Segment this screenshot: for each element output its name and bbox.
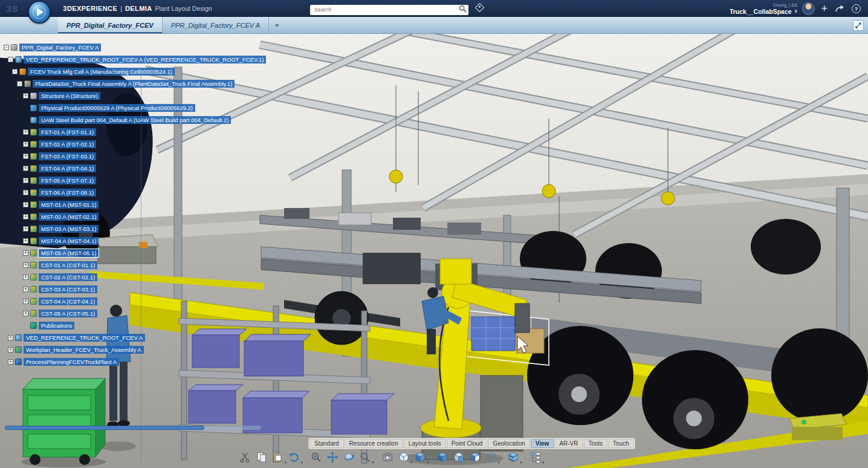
expand-icon[interactable]: +: [23, 93, 28, 99]
tree-item-label[interactable]: PlantDataSet_Truck Final Assembly A (Pla…: [33, 80, 235, 88]
expand-icon[interactable]: +: [8, 347, 13, 353]
ribbon-tab-tools[interactable]: Tools: [584, 439, 607, 448]
avatar[interactable]: [802, 2, 815, 15]
dropdown-caret-icon[interactable]: ▾: [498, 460, 500, 465]
tree-item-label[interactable]: FST-05 A (FST-07.1): [39, 177, 96, 184]
shading-material-button[interactable]: [450, 449, 467, 466]
paste-button[interactable]: ▾: [270, 449, 286, 466]
dropdown-caret-icon[interactable]: ▾: [542, 460, 545, 465]
tree-item[interactable]: -PlantDataSet_Truck Final Assembly A (Pl…: [4, 77, 266, 89]
green-tool-cart[interactable]: [21, 379, 106, 467]
collapse-icon[interactable]: -: [4, 45, 9, 50]
tree-item[interactable]: +FST-02 A (FST-02.1): [4, 138, 266, 150]
tree-item[interactable]: +FST-05 A (FST-07.1): [4, 174, 266, 186]
tree-item[interactable]: +MST-03 A (MST-03.1): [4, 223, 266, 235]
zoom-button[interactable]: ▾: [357, 449, 374, 466]
search-icon[interactable]: [459, 4, 467, 12]
tree-item-label[interactable]: FST-06 A (FST-08.1): [39, 189, 96, 197]
tree-item-label[interactable]: Structure A (Structure): [39, 92, 100, 100]
share-icon[interactable]: [835, 4, 844, 13]
iso-view-button[interactable]: ▾: [395, 449, 412, 466]
tree-item-label[interactable]: MST-05 A (MST-05.1): [39, 249, 99, 257]
agv-bottom-right[interactable]: [789, 414, 846, 440]
wireframe-button[interactable]: ▾: [483, 449, 499, 466]
tree-item[interactable]: +CST-01 A (CST-01.1): [4, 259, 266, 271]
rotate-button[interactable]: [341, 449, 357, 466]
ribbon-tab-standard[interactable]: Standard: [309, 439, 344, 448]
help-button[interactable]: ?: [852, 4, 861, 13]
tree-item-label[interactable]: FST-02 A (FST-02.1): [39, 140, 96, 148]
tree-item-label[interactable]: FST-01 A (FST-01.1): [39, 128, 96, 136]
section-button[interactable]: ▾: [505, 449, 522, 466]
expand-icon[interactable]: +: [23, 287, 28, 292]
expand-icon[interactable]: +: [23, 311, 28, 316]
tree-item[interactable]: Publications: [4, 319, 266, 331]
tree-item[interactable]: +MST-02 A (MST-02.1): [4, 210, 266, 223]
expand-icon[interactable]: +: [23, 166, 28, 171]
3dexperience-compass-logo[interactable]: [28, 1, 51, 24]
tree-item-label[interactable]: FST-03 A (FST-03.1): [39, 152, 96, 160]
expand-icon[interactable]: +: [8, 359, 13, 365]
expand-icon[interactable]: +: [23, 154, 28, 159]
expand-icon[interactable]: +: [23, 214, 28, 219]
shading-button[interactable]: [434, 449, 450, 466]
tree-item[interactable]: +CST-03 A (CST-03.1): [4, 283, 266, 295]
new-tab-button[interactable]: +: [269, 17, 285, 33]
window-tab[interactable]: PPR_Digital_Factory_FCEV A: [163, 17, 270, 33]
tag-icon[interactable]: [475, 3, 485, 13]
tree-item[interactable]: +ProcessPlanningFCEVTruckPlant A: [4, 356, 266, 368]
pan-button[interactable]: [325, 449, 341, 466]
tree-item[interactable]: +MST-04 A (MST-04.1): [4, 235, 266, 247]
tree-item-label[interactable]: FCEV Truck Mfg Cell A (Manufacturing Cel…: [28, 68, 175, 76]
tree-item-label[interactable]: CST-01 A (CST-01.1): [39, 261, 97, 269]
expand-icon[interactable]: +: [23, 190, 28, 195]
ribbon-tab-touch[interactable]: Touch: [608, 439, 634, 448]
undo-button[interactable]: ▾: [286, 449, 302, 466]
tree-item[interactable]: +MST-05 A (MST-05.1): [4, 247, 266, 259]
tree-item-label[interactable]: MST-04 A (MST-04.1): [39, 237, 99, 245]
tree-item[interactable]: Physical Product00005629 A (Physical Pro…: [4, 102, 266, 114]
fit-view-button[interactable]: [853, 20, 864, 31]
tree-item[interactable]: +FST-06 A (FST-08.1): [4, 186, 266, 198]
tree-item-label[interactable]: CST-03 A (CST-03.1): [39, 285, 97, 293]
expand-icon[interactable]: +: [23, 238, 28, 244]
3d-viewport[interactable]: -PPR_Digital_Factory_FCEV A-VED_REFERENC…: [0, 34, 868, 468]
collapse-icon[interactable]: -: [8, 57, 13, 62]
collapse-icon[interactable]: -: [17, 81, 22, 86]
tree-item-label[interactable]: MST-02 A (MST-02.1): [39, 213, 99, 221]
capture-button[interactable]: [379, 449, 395, 466]
expand-icon[interactable]: +: [23, 178, 28, 183]
tree-item-label[interactable]: UAW Steel Build part 004_Default A (UAW …: [39, 116, 231, 124]
tree-item[interactable]: +CST-04 A (CST-04.1): [4, 295, 266, 307]
tree-item[interactable]: +CST-02 A (CST-02.1): [4, 271, 266, 283]
tree-item-label[interactable]: CST-05 A (CST-05.1): [39, 310, 97, 317]
ribbon-tab-geolocation[interactable]: Geolocation: [488, 439, 530, 448]
tree-item[interactable]: +Workplan_Header_FCEV_Truck_Assembly A: [4, 343, 266, 356]
search-input[interactable]: [310, 5, 468, 15]
spec-tree[interactable]: -PPR_Digital_Factory_FCEV A-VED_REFERENC…: [4, 41, 266, 368]
tree-item-label[interactable]: Physical Product00005629 A (Physical Pro…: [39, 104, 195, 112]
expand-icon[interactable]: +: [23, 250, 28, 256]
collabspace-selector[interactable]: Truck__CollabSpace ∨: [730, 8, 798, 15]
ribbon-tab-layout-tools[interactable]: Layout tools: [404, 439, 446, 448]
expand-icon[interactable]: +: [8, 335, 13, 340]
scrollbar-thumb[interactable]: [5, 426, 204, 430]
window-tab[interactable]: PPR_Digital_Factory_FCEV: [58, 17, 163, 33]
tree-item-label[interactable]: Publications: [39, 322, 74, 330]
expand-icon[interactable]: +: [23, 129, 28, 135]
tree-item[interactable]: -VED_REFERENCE_TRUCK_ROOT_FCEV A (VED_RE…: [4, 53, 266, 65]
tree-item-label[interactable]: FST-04 A (FST-04.1): [39, 164, 96, 172]
zoom-area-button[interactable]: [308, 449, 325, 466]
add-content-button[interactable]: +: [821, 4, 828, 13]
named-views-button[interactable]: ▾: [412, 449, 428, 466]
dropdown-caret-icon[interactable]: ▾: [300, 460, 303, 465]
tree-item-label[interactable]: VED_REFERENCE_TRUCK_ROOT_FCEV A (VED_REF…: [24, 56, 266, 63]
tree-item[interactable]: +FST-04 A (FST-04.1): [4, 162, 266, 174]
tree-item[interactable]: +MST-01 A (MST-01.1): [4, 198, 266, 210]
tree-item-label[interactable]: Workplan_Header_FCEV_Truck_Assembly A: [24, 346, 144, 354]
expand-icon[interactable]: +: [23, 226, 28, 232]
tree-item-label[interactable]: VED_REFERENCE_TRUCK_ROOT_FCEV A: [24, 334, 145, 342]
expand-icon[interactable]: +: [23, 275, 28, 280]
tree-item[interactable]: +FST-03 A (FST-03.1): [4, 150, 266, 162]
expand-icon[interactable]: +: [23, 202, 28, 207]
